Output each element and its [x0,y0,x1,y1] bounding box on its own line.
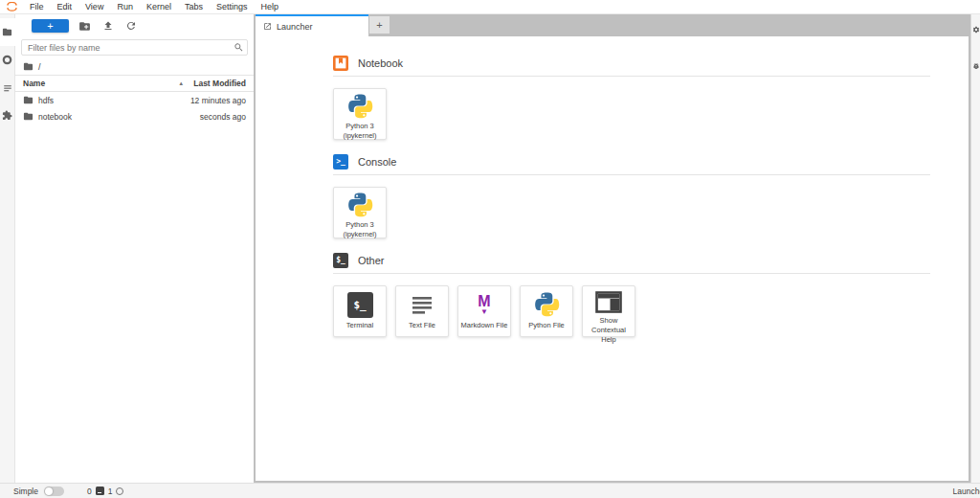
work-area: Launcher + [254,14,970,483]
bug-icon [972,62,980,70]
menu-item-file[interactable]: File [23,2,51,11]
column-header-last-modified[interactable]: Last Modified [193,79,246,88]
launcher-card-markdown-file[interactable]: M ▼ Markdown File [457,285,511,337]
left-sidebar [0,14,15,483]
right-sidebar [970,14,980,483]
search-icon [234,42,244,53]
launcher-card-contextual-help[interactable]: Show Contextual Help [582,285,635,337]
folder-icon [2,27,12,37]
jupyter-logo [0,2,23,11]
upload-button[interactable] [100,19,115,34]
file-row-hdfs[interactable]: hdfs 12 minutes ago [15,92,254,108]
folder-icon [23,95,33,105]
markdown-down-arrow: ▼ [480,308,488,316]
running-sessions-status[interactable]: 0 1 [87,487,123,496]
tab-label: Launcher [277,22,313,32]
file-name: notebook [38,112,72,122]
launcher-icon [263,22,272,31]
file-modified: 12 minutes ago [190,96,246,105]
kernel-status-icon [116,487,123,495]
new-folder-button[interactable] [78,19,92,34]
menu-item-kernel[interactable]: Kernel [140,2,178,11]
launcher-section-notebook: Notebook Python [333,55,930,140]
python-icon [347,94,373,119]
breadcrumb[interactable]: / [15,57,254,75]
python-icon [347,192,373,217]
gear-icon [972,26,980,34]
list-icon [3,83,12,93]
card-label: Python 3 (ipykernel) [334,122,386,141]
launcher-card-console-python3[interactable]: Python 3 (ipykernel) [333,187,387,238]
section-divider [333,174,930,175]
filter-files-field [21,39,248,56]
card-label: Python 3 (ipykernel) [334,220,386,239]
right-tab-property-inspector[interactable] [972,26,980,34]
contextual-help-icon [595,291,622,313]
filter-files-input[interactable] [21,39,248,56]
simple-mode-toggle[interactable] [44,487,64,496]
right-tab-debugger[interactable] [972,62,980,70]
menu-item-edit[interactable]: Edit [51,2,79,11]
sidebar-tab-table-of-contents[interactable] [0,74,15,102]
launcher-card-terminal[interactable]: $_ Terminal [333,285,387,337]
launcher-section-console: >_ Console [333,153,930,238]
terminal-icon: $_ [333,253,348,268]
file-browser-toolbar: + [15,14,254,36]
plus-icon: + [47,21,53,31]
launcher-section-other: $_ Other $_ Terminal [333,252,930,337]
python-icon [534,291,560,318]
breadcrumb-root[interactable]: / [38,62,41,72]
menu-item-settings[interactable]: Settings [210,2,255,11]
puzzle-icon [2,110,12,121]
menu-item-help[interactable]: Help [254,2,285,11]
status-bar: Simple 0 1 Launcher [0,483,980,498]
launcher-card-text-file[interactable]: Text File [395,285,449,337]
folder-icon [23,111,33,122]
file-name: hdfs [38,96,54,105]
sidebar-tab-running-kernels[interactable] [0,46,15,74]
home-folder-icon [23,61,33,72]
new-launcher-button[interactable]: + [32,19,69,33]
sidebar-tab-extensions[interactable] [0,102,15,129]
notebook-icon [333,56,348,71]
terminal-count: 0 [87,487,92,496]
console-icon: >_ [333,154,348,170]
file-row-notebook[interactable]: notebook seconds ago [15,108,254,124]
launcher-card-python-file[interactable]: Python File [520,285,573,337]
terminal-icon: $_ [347,292,373,318]
sort-ascending-icon[interactable]: ▲ [178,80,184,86]
section-divider [333,76,930,77]
refresh-button[interactable] [123,19,138,34]
menu-item-view[interactable]: View [78,2,110,11]
file-browser-panel: + [15,14,254,483]
new-folder-icon [78,20,91,33]
terminal-status-icon [96,487,104,495]
jupyter-logo-icon [6,2,18,11]
kernel-count: 1 [108,487,113,496]
running-circle-icon [2,55,12,65]
toggle-knob [45,487,53,495]
current-activity-label: Launcher [953,487,980,496]
new-tab-button[interactable]: + [369,16,390,34]
menu-item-tabs[interactable]: Tabs [178,2,210,11]
sidebar-tab-file-browser[interactable] [0,18,15,46]
name-column-label: Name [23,79,45,88]
section-divider [333,273,930,274]
plus-icon: + [376,19,382,31]
upload-icon [102,20,114,32]
card-label: Text File [407,321,437,330]
column-header-name[interactable]: Name ▲ [23,79,193,88]
simple-mode-label: Simple [13,487,38,496]
section-title: Notebook [358,57,403,69]
menu-bar: File Edit View Run Kernel Tabs Settings … [0,0,980,14]
menu-item-run[interactable]: Run [110,2,140,11]
file-list-header: Name ▲ Last Modified [15,75,254,92]
card-label: Markdown File [459,321,510,330]
file-modified: seconds ago [200,112,246,122]
section-title: Console [358,156,396,168]
tab-bar: Launcher + [254,14,970,36]
card-label: Terminal [345,321,375,330]
launcher-card-notebook-python3[interactable]: Python 3 (ipykernel) [333,88,387,140]
markdown-icon: M ▼ [478,294,490,316]
tab-launcher[interactable]: Launcher [256,14,368,36]
